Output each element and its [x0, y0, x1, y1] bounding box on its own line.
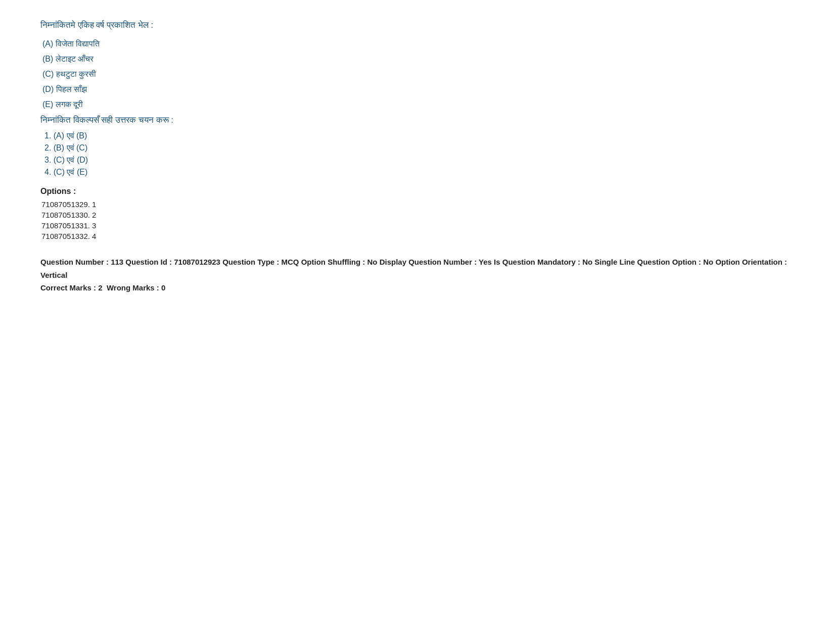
instruction-text: निम्नांकित विकल्पसँ सही उत्तरक चयन करू : [40, 115, 794, 125]
question-main-text: निम्नांकितमे एकिह वर्ष प्रकाशित भेल : [40, 20, 794, 30]
correct-marks-label: Correct Marks [40, 283, 91, 292]
meta-info-block: Question Number : 113 Question Id : 7108… [40, 256, 794, 294]
option-b: (B) लेटाइट आँचर [40, 55, 794, 64]
answer-choice-3: 3. (C) एवं (D) [44, 156, 794, 165]
option-c: (C) हथटुटा कुरसी [40, 70, 794, 79]
option-a: (A) विजेता विद्यापति [40, 39, 794, 48]
option-d: (D) पिहल साँझ [40, 85, 794, 94]
option-id-1: 71087051329. 1 [40, 200, 794, 209]
correct-marks-value: 2 [98, 283, 102, 292]
option-id-3: 71087051331. 3 [40, 221, 794, 230]
answer-choices-list: 1. (A) एवं (B) 2. (B) एवं (C) 3. (C) एवं… [40, 131, 794, 177]
option-ids-block: 71087051329. 1 71087051330. 2 7108705133… [40, 200, 794, 240]
wrong-marks-label: Wrong Marks [107, 283, 155, 292]
option-id-2: 71087051330. 2 [40, 211, 794, 219]
answer-choice-4: 4. (C) एवं (E) [44, 168, 794, 177]
wrong-marks-value: 0 [161, 283, 165, 292]
answer-choice-1: 1. (A) एवं (B) [44, 131, 794, 140]
answer-choice-2: 2. (B) एवं (C) [44, 143, 794, 153]
option-id-4: 71087051332. 4 [40, 232, 794, 240]
options-list: (A) विजेता विद्यापति (B) लेटाइट आँचर (C)… [40, 39, 794, 109]
option-e: (E) लगक दूरी [40, 100, 794, 109]
options-section-label: Options : [40, 187, 794, 196]
meta-text: Question Number : 113 Question Id : 7108… [40, 256, 794, 281]
question-container: निम्नांकितमे एकिह वर्ष प्रकाशित भेल : (A… [40, 20, 794, 294]
marks-line: Correct Marks : 2 Wrong Marks : 0 [40, 281, 794, 294]
